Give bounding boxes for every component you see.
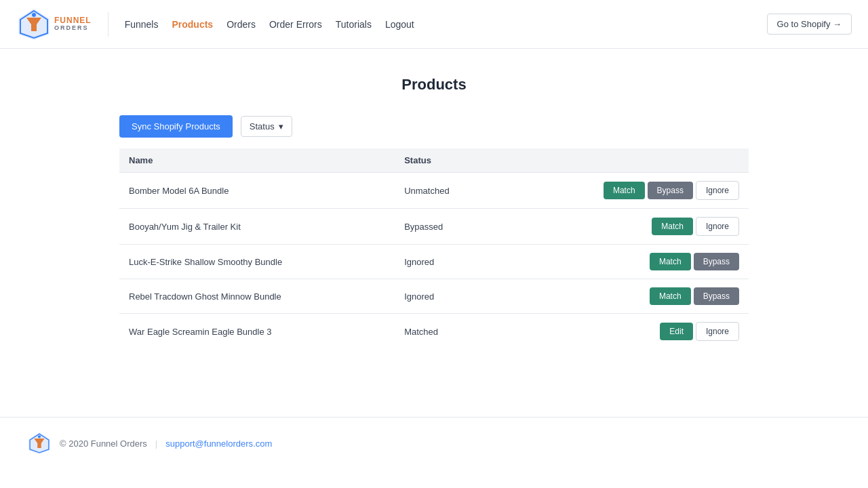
nav-link-tutorials[interactable]: Tutorials — [336, 19, 372, 30]
product-actions: EditIgnore — [497, 314, 749, 350]
nav-link-funnels[interactable]: Funnels — [125, 19, 159, 30]
navbar: FUNNEL ORDERS Funnels Products Orders Or… — [0, 0, 868, 49]
table-row: Rebel Tracdown Ghost Minnow BundleIgnore… — [119, 279, 749, 314]
product-name: Rebel Tracdown Ghost Minnow Bundle — [119, 279, 395, 314]
ignore-button[interactable]: Ignore — [696, 181, 739, 200]
main-content: Products Sync Shopify Products Status ▾ … — [108, 49, 760, 376]
match-button[interactable]: Match — [650, 287, 691, 305]
svg-point-3 — [32, 13, 36, 17]
footer-separator: | — [155, 439, 157, 449]
bypass-button[interactable]: Bypass — [694, 287, 739, 305]
product-actions: MatchIgnore — [497, 209, 749, 245]
status-dropdown[interactable]: Status ▾ — [241, 116, 292, 137]
footer-copyright: © 2020 Funnel Orders — [60, 439, 147, 449]
table-head: Name Status — [119, 148, 749, 173]
page-title: Products — [119, 76, 749, 94]
edit-button[interactable]: Edit — [660, 323, 693, 340]
product-status: Bypassed — [395, 209, 497, 245]
product-actions: MatchBypass — [497, 245, 749, 279]
product-status: Ignored — [395, 245, 497, 279]
product-name: War Eagle Screamin Eagle Bundle 3 — [119, 314, 395, 350]
logo[interactable]: FUNNEL ORDERS — [16, 7, 92, 42]
chevron-down-icon: ▾ — [279, 121, 283, 131]
logo-icon — [16, 7, 52, 42]
product-status: Unmatched — [395, 173, 497, 209]
col-status: Status — [395, 148, 497, 173]
table-row: Luck-E-Strike Shallow Smoothy BundleIgno… — [119, 245, 749, 279]
ignore-button[interactable]: Ignore — [696, 322, 739, 341]
product-name: Luck-E-Strike Shallow Smoothy Bundle — [119, 245, 395, 279]
ignore-button[interactable]: Ignore — [696, 217, 739, 236]
table-row: Bomber Model 6A BundleUnmatchedMatchBypa… — [119, 173, 749, 209]
match-button[interactable]: Match — [604, 182, 645, 199]
nav-links: Funnels Products Orders Order Errors Tut… — [125, 19, 767, 30]
product-name: Booyah/Yum Jig & Trailer Kit — [119, 209, 395, 245]
svg-point-7 — [38, 435, 41, 438]
go-shopify-button[interactable]: Go to Shopify → — [767, 14, 852, 35]
nav-divider — [108, 12, 108, 37]
match-button[interactable]: Match — [650, 253, 691, 270]
footer: © 2020 Funnel Orders | support@funnelord… — [0, 417, 868, 469]
product-status: Matched — [395, 314, 497, 350]
products-table: Name Status Bomber Model 6A BundleUnmatc… — [119, 148, 749, 349]
sync-shopify-button[interactable]: Sync Shopify Products — [119, 115, 233, 138]
table-body: Bomber Model 6A BundleUnmatchedMatchBypa… — [119, 173, 749, 350]
nav-link-orders[interactable]: Orders — [226, 19, 256, 30]
match-button[interactable]: Match — [652, 218, 693, 235]
nav-link-order-errors[interactable]: Order Errors — [269, 19, 322, 30]
product-name: Bomber Model 6A Bundle — [119, 173, 395, 209]
col-actions — [497, 148, 749, 173]
product-status: Ignored — [395, 279, 497, 314]
footer-email-link[interactable]: support@funnelorders.com — [165, 439, 272, 449]
nav-link-products[interactable]: Products — [172, 19, 213, 30]
col-name: Name — [119, 148, 395, 173]
bypass-button[interactable]: Bypass — [648, 182, 693, 199]
table-row: War Eagle Screamin Eagle Bundle 3Matched… — [119, 314, 749, 350]
nav-link-logout[interactable]: Logout — [385, 19, 414, 30]
bypass-button[interactable]: Bypass — [694, 253, 739, 270]
table-row: Booyah/Yum Jig & Trailer KitBypassedMatc… — [119, 209, 749, 245]
nav-right: Go to Shopify → — [767, 14, 852, 35]
product-actions: MatchBypass — [497, 279, 749, 314]
product-actions: MatchBypassIgnore — [497, 173, 749, 209]
footer-logo-icon — [27, 431, 52, 455]
toolbar: Sync Shopify Products Status ▾ — [119, 115, 749, 138]
